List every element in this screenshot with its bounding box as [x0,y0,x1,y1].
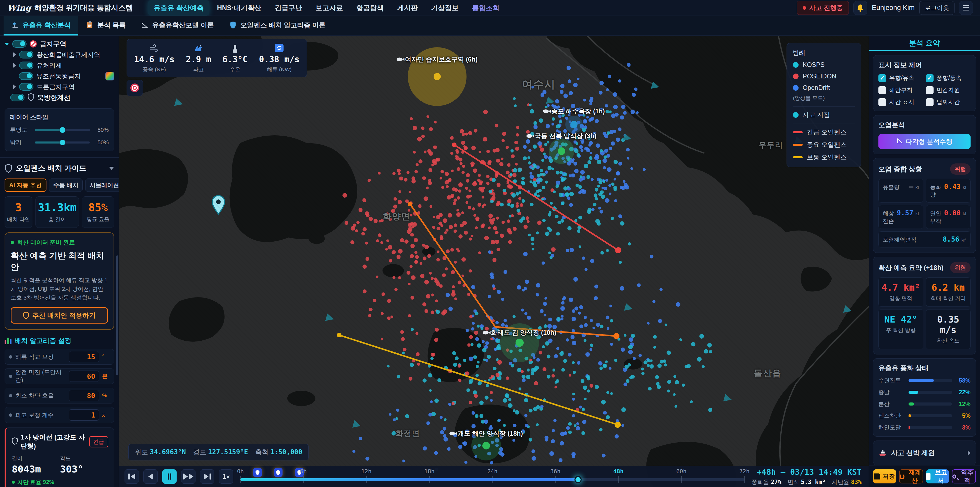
nav-item[interactable]: 보고자료 [310,0,348,16]
guide-tab[interactable]: 수동 배치 [49,179,83,192]
timeline-handle[interactable] [574,476,582,483]
legend-incident-item: 사고 지점 [793,110,855,119]
slider-track[interactable] [35,129,90,131]
caret-right-icon[interactable] [13,52,16,57]
checkbox-checked-icon: ✓ [926,74,934,82]
resource-dot-icon[interactable] [558,147,565,155]
display-checkbox[interactable]: ✓유향/유속 [878,74,923,82]
slider-track[interactable] [35,142,90,144]
legend-model-item: OpenDrift [793,84,855,91]
nav-item[interactable]: 통합조회 [466,0,505,16]
field-input[interactable]: 60 [69,370,99,382]
field-label: 파고 보정 계수 [15,411,66,419]
model-label: KOSPS [803,61,824,69]
timeline-stat: 풍화율 27% [752,478,781,486]
field-input[interactable]: 80 [69,390,99,401]
layer-toggle[interactable] [19,51,33,59]
display-checkbox[interactable]: 시간 표시 [878,98,923,106]
nav-item[interactable]: 유출유 확산예측 [148,0,210,16]
sidebar-scrollbar[interactable] [116,255,118,375]
menu-button[interactable] [959,1,973,15]
resource-dot-icon[interactable] [515,339,524,347]
nav-item[interactable]: 긴급구난 [269,0,308,16]
block-efficiency: 차단 효율 92% [12,478,108,486]
display-checkbox[interactable]: 해안부착 [878,86,923,94]
checkbox-label: 풍향/풍속 [937,74,962,82]
left-sidebar: 금지구역황산화물배출규제지역유처리제유조선통행금지드론금지구역북방한계선 레이어… [0,36,119,487]
resource-dot-icon[interactable] [482,442,490,449]
skip-start-button[interactable] [124,469,139,484]
skip-end-button[interactable] [200,469,215,484]
resource-label: 화태도 김 양식장 (10h) [483,329,556,337]
guide-tab[interactable]: 시뮬레이션 [85,179,119,192]
display-checkbox[interactable]: 날짜시간 [926,98,971,106]
display-checkbox[interactable]: 민감자원 [926,86,971,94]
tab-microscope[interactable]: 유출유 확산분석 [3,16,78,35]
playback-speed-button[interactable]: 1× [219,469,233,484]
button-label: 보고서 [933,468,949,485]
display-control-card: 표시 정보 제어✓유향/유속✓풍향/풍속해안부착민감자원시간 표시날짜시간 [873,55,976,111]
fast-forward-button[interactable] [181,469,196,484]
notifications-button[interactable] [853,1,867,15]
fence-deploy-marker[interactable] [253,468,262,477]
fence-label: 중요 오일펜스 [807,141,847,149]
report-button[interactable]: 보고서 [926,469,949,484]
caret-right-icon[interactable] [13,63,16,68]
fence-line-swatch [793,131,803,133]
step-back-button[interactable] [143,469,158,484]
fence-guide-header[interactable]: 오일펜스 배치 가이드 [5,163,114,173]
defense-line-card: 1차 방어선 (고강도 차단형)긴급길이8043m각도303°차단 효율 92% [5,428,114,487]
layer-toggle[interactable] [19,83,33,91]
status-cell: 오염해역면적8.56㎢ [878,232,970,247]
nav-item[interactable]: 게시판 [391,0,423,16]
pause-button[interactable] [162,469,177,484]
nav-item[interactable]: HNS·대기확산 [211,0,267,16]
ban-icon [30,40,37,48]
save-button[interactable]: 저장 [873,469,896,484]
nav-item[interactable]: 기상정보 [425,0,464,16]
logout-button[interactable]: 로그아웃 [919,1,955,15]
layer-legend-chip[interactable] [105,72,114,80]
tab-ruler[interactable]: 유출유확산모델 이론 [133,16,221,35]
layer-toggle[interactable] [12,40,27,48]
model-label: POSEIDON [803,72,836,80]
checkbox-label: 해안부착 [889,86,913,94]
timeline-track-area[interactable]: 0h6h12h18h24h36h48h60h72h [240,466,745,487]
apply-recommendation-button[interactable]: 추천 배치안 적용하기 [11,307,108,324]
defense-line-name: 1차 방어선 (고강도 차단형) [21,433,86,451]
resource-dot-icon[interactable] [434,73,441,80]
fence-deploy-marker[interactable] [274,468,283,477]
layer-toggle[interactable] [19,62,33,69]
status-cell: 유출량—kl [878,179,923,203]
layer-style-title: 레이어 스타일 [10,113,109,121]
slider-knob[interactable] [60,140,65,145]
shield-icon [23,312,29,319]
locate-incident-button[interactable] [127,80,143,96]
stat-label: 총 길이 [38,216,76,223]
caret-down-icon[interactable] [5,43,9,45]
field-input[interactable]: 1 [69,409,99,421]
recalc-button[interactable]: 재계산 [899,469,923,484]
collapsed-section-ship[interactable]: 사고 선박 제원 [873,441,976,465]
caret-right-icon [968,451,970,455]
layer-toggle[interactable] [10,94,24,101]
guide-tab[interactable]: AI 자동 추천 [5,179,46,192]
polygon-analysis-button[interactable]: 다각형 분석수행 [878,134,970,149]
tab-shield[interactable]: 오일펜스 배치 알고리즘 이론 [221,16,333,35]
timeline-track[interactable] [240,478,745,481]
nav-item[interactable]: 항공탐색 [351,0,390,16]
resource-dot-icon[interactable] [570,121,578,128]
display-checkbox[interactable]: ✓풍향/풍속 [926,74,971,82]
slider-knob[interactable] [60,127,65,133]
field-input[interactable]: 15 [69,351,99,362]
weathering-percent: 12% [956,401,970,407]
timeline-tick-label: 6h [300,468,307,474]
tab-list[interactable]: 분석 목록 [78,16,133,35]
caret-right-icon[interactable] [13,85,16,89]
trace-button[interactable]: 역추적 [952,469,976,484]
layer-toggle[interactable] [19,72,33,80]
tick-notch [618,476,619,483]
stat-label: 배치 라인 [7,216,30,223]
map-canvas[interactable]: 여수시우두리화양면돌산읍화정면여자만 습지보호구역 (6h)종포 해수욕장 (1… [119,36,869,487]
slider-value: 50% [94,127,109,133]
